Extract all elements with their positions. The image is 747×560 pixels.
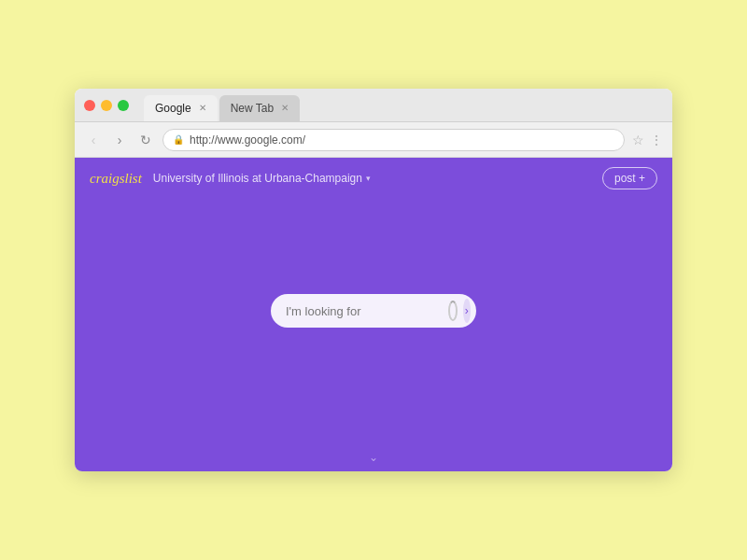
cl-logo-area: craigslist University of Illinois at Urb… xyxy=(90,171,371,187)
search-input[interactable] xyxy=(286,304,443,318)
address-bar: ‹ › ↻ 🔒 http://www.google.com/ ☆ ⋮ xyxy=(75,122,672,158)
title-bar: Google ✕ New Tab ✕ xyxy=(75,89,672,122)
chevron-down-icon: ▾ xyxy=(366,174,371,183)
cl-main: › xyxy=(75,199,672,451)
tab-newtab[interactable]: New Tab ✕ xyxy=(219,95,300,121)
maximize-button[interactable] xyxy=(118,100,129,111)
loading-spinner xyxy=(448,301,458,321)
tab-newtab-label: New Tab xyxy=(231,102,274,115)
cl-header: craigslist University of Illinois at Urb… xyxy=(75,158,672,199)
address-bar-actions: ☆ ⋮ xyxy=(632,133,663,147)
menu-icon[interactable]: ⋮ xyxy=(650,133,663,147)
cl-bottom: ⌄ xyxy=(75,451,672,471)
post-button[interactable]: post + xyxy=(602,167,657,189)
scroll-down-icon: ⌄ xyxy=(369,451,378,464)
cl-location-text: University of Illinois at Urbana-Champai… xyxy=(153,172,362,185)
tab-google-close[interactable]: ✕ xyxy=(199,104,206,113)
traffic-lights xyxy=(84,100,129,111)
minimize-button[interactable] xyxy=(101,100,112,111)
cl-search-bar: › xyxy=(271,294,476,328)
browser-window: Google ✕ New Tab ✕ ‹ › ↻ 🔒 http://www.go… xyxy=(75,89,672,471)
close-button[interactable] xyxy=(84,100,95,111)
browser-content: craigslist University of Illinois at Urb… xyxy=(75,158,672,471)
forward-button[interactable]: › xyxy=(110,131,129,149)
tab-list: Google ✕ New Tab ✕ xyxy=(144,89,302,121)
reload-button[interactable]: ↻ xyxy=(136,131,155,149)
cl-location[interactable]: University of Illinois at Urbana-Champai… xyxy=(153,172,371,185)
url-bar[interactable]: 🔒 http://www.google.com/ xyxy=(162,129,625,151)
back-button[interactable]: ‹ xyxy=(84,131,103,149)
tab-newtab-close[interactable]: ✕ xyxy=(281,104,289,113)
tab-google[interactable]: Google ✕ xyxy=(144,95,218,121)
url-text: http://www.google.com/ xyxy=(190,133,305,147)
tab-google-label: Google xyxy=(155,102,191,115)
cl-logo: craigslist xyxy=(90,171,142,187)
star-icon[interactable]: ☆ xyxy=(632,133,644,147)
search-go-button[interactable]: › xyxy=(463,299,471,323)
lock-icon: 🔒 xyxy=(173,134,184,145)
